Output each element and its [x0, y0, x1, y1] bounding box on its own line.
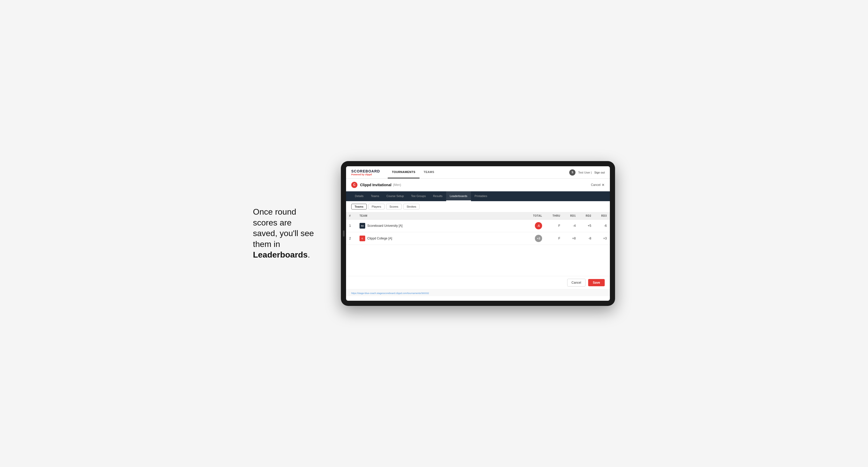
rd3-cell: +3 [594, 232, 610, 245]
filter-scores[interactable]: Scores [386, 204, 402, 210]
tab-teams[interactable]: Teams [367, 191, 383, 201]
team-logo: C [360, 236, 365, 241]
thru-cell: F [545, 232, 563, 245]
nav-link-tournaments[interactable]: TOURNAMENTS [388, 166, 420, 179]
rd3-cell: -6 [594, 220, 610, 232]
col-rd3: RD3 [594, 212, 610, 220]
tab-results[interactable]: Results [429, 191, 446, 201]
table-row: 1 SU Scoreboard University [A] -5 F -4 [346, 220, 610, 232]
filter-teams[interactable]: Teams [351, 204, 367, 210]
col-thru: THRU [545, 212, 563, 220]
logo-powered: Powered by clippd [351, 173, 380, 176]
user-name: Test User | [578, 171, 591, 174]
score-badge-red: -5 [535, 222, 542, 229]
rd1-cell: -4 [563, 220, 579, 232]
rank-cell: 2 [346, 232, 356, 245]
tablet-screen: SCOREBOARD Powered by clippd TOURNAMENTS… [346, 166, 610, 301]
cancel-header-button[interactable]: Cancel ✕ [591, 183, 605, 187]
tab-tee-groups[interactable]: Tee Groups [407, 191, 429, 201]
filter-strokes[interactable]: Strokes [403, 204, 420, 210]
score-badge-gray: +3 [535, 235, 542, 242]
tournament-title: Clippd Invitational [360, 183, 391, 187]
total-cell: -5 [525, 220, 545, 232]
user-avatar: S [569, 169, 576, 176]
thru-cell: F [545, 220, 563, 232]
leaderboard-table: # TEAM TOTAL THRU RD1 RD2 RD3 1 [346, 212, 610, 245]
tournament-icon: C [351, 182, 358, 188]
url-text: https://stage-blue-coach.stagesscoreboar… [351, 292, 429, 294]
nav-right: S Test User | Sign out [569, 169, 605, 176]
logo-title: SCOREBOARD [351, 169, 380, 173]
col-total: TOTAL [525, 212, 545, 220]
total-cell: +3 [525, 232, 545, 245]
table-header-row: # TEAM TOTAL THRU RD1 RD2 RD3 [346, 212, 610, 220]
tab-printables[interactable]: Printables [471, 191, 491, 201]
save-button[interactable]: Save [588, 279, 605, 286]
tournament-subtitle: (Men) [393, 183, 401, 187]
team-cell: C Clippd College [A] [356, 232, 525, 245]
sign-out-link[interactable]: Sign out [594, 171, 605, 174]
team-name: Scoreboard University [A] [367, 224, 402, 227]
rd1-cell: +8 [563, 232, 579, 245]
url-bar: https://stage-blue-coach.stagesscoreboar… [346, 289, 610, 296]
col-team: TEAM [356, 212, 525, 220]
left-description: Once round scores are saved, you'll see … [253, 207, 326, 260]
footer-bar: Cancel Save [346, 276, 610, 289]
content-spacer [346, 245, 610, 276]
tablet-frame: SCOREBOARD Powered by clippd TOURNAMENTS… [341, 161, 615, 306]
close-icon: ✕ [601, 183, 605, 187]
tab-details[interactable]: Details [351, 191, 367, 201]
team-cell: SU Scoreboard University [A] [356, 220, 525, 232]
logo-area: SCOREBOARD Powered by clippd [351, 169, 380, 176]
cancel-button[interactable]: Cancel [567, 279, 586, 286]
top-nav: SCOREBOARD Powered by clippd TOURNAMENTS… [346, 166, 610, 179]
filter-bar: Teams Players Scores Strokes [346, 201, 610, 212]
rd2-cell: +5 [579, 220, 594, 232]
sub-nav: Details Teams Course Setup Tee Groups Re… [346, 191, 610, 201]
table-row: 2 C Clippd College [A] +3 F +8 -8 [346, 232, 610, 245]
tab-leaderboards[interactable]: Leaderboards [446, 191, 471, 201]
col-rd2: RD2 [579, 212, 594, 220]
nav-link-teams[interactable]: TEAMS [420, 166, 438, 179]
page-wrapper: Once round scores are saved, you'll see … [253, 161, 615, 306]
tab-course-setup[interactable]: Course Setup [383, 191, 407, 201]
team-logo: SU [360, 223, 365, 228]
tournament-header: C Clippd Invitational (Men) Cancel ✕ [346, 179, 610, 191]
sidebar-arrow [343, 230, 344, 237]
rank-cell: 1 [346, 220, 356, 232]
col-rank: # [346, 212, 356, 220]
team-name: Clippd College [A] [367, 237, 392, 240]
col-rd1: RD1 [563, 212, 579, 220]
rd2-cell: -8 [579, 232, 594, 245]
filter-players[interactable]: Players [368, 204, 384, 210]
nav-links: TOURNAMENTS TEAMS [388, 166, 438, 179]
